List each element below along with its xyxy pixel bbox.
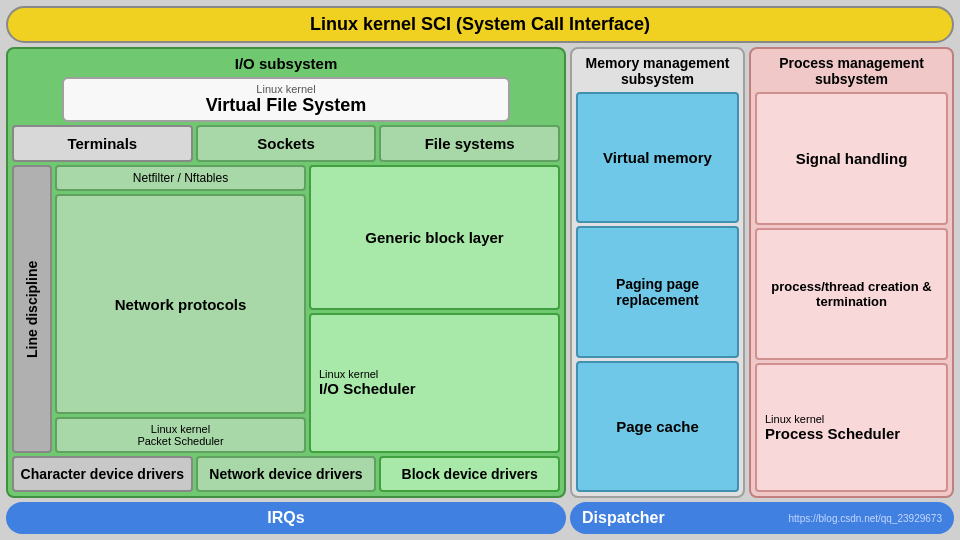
filesystems-cell: File systems <box>379 125 560 162</box>
title-main: SCI (System Call Interface) <box>421 14 650 34</box>
packet-scheduler-cell: Linux kernel Packet Scheduler <box>55 417 306 453</box>
packet-scheduler-big: Packet Scheduler <box>137 435 223 447</box>
vfs-small-label: Linux kernel <box>72 83 500 95</box>
process-scheduler-big: Process Scheduler <box>765 425 900 442</box>
packet-scheduler-small: Linux kernel <box>151 423 210 435</box>
irqs-bar: IRQs <box>6 502 566 534</box>
virtual-memory-cell: Virtual memory <box>576 92 739 223</box>
row-drivers: Character device drivers Network device … <box>12 456 560 492</box>
net-drivers-cell: Network device drivers <box>196 456 377 492</box>
row-middle: Line discipline Netfilter / Nftables Net… <box>12 165 560 453</box>
main-content: I/O subsystem Linux kernel Virtual File … <box>6 47 954 498</box>
title-prefix: Linux kernel <box>310 14 421 34</box>
url-label: https://blog.csdn.net/qq_23929673 <box>789 513 942 524</box>
dispatcher-label: Dispatcher <box>582 509 665 527</box>
line-discipline-cell: Line discipline <box>12 165 52 453</box>
block-drivers-cell: Block device drivers <box>379 456 560 492</box>
vfs-big-label: Virtual File System <box>72 95 500 116</box>
irqs-label: IRQs <box>267 509 304 527</box>
netfilter-cell: Netfilter / Nftables <box>55 165 306 191</box>
process-subsystem-label: Process management subsystem <box>755 53 948 89</box>
main-wrapper: Linux kernel SCI (System Call Interface)… <box>0 0 960 540</box>
title-bar: Linux kernel SCI (System Call Interface) <box>6 6 954 43</box>
bottom-bar: IRQs Dispatcher https://blog.csdn.net/qq… <box>6 502 954 534</box>
sockets-cell: Sockets <box>196 125 377 162</box>
process-scheduler-cell: Linux kernel Process Scheduler <box>755 363 948 492</box>
vfs-box: Linux kernel Virtual File System <box>62 77 510 122</box>
page-cache-cell: Page cache <box>576 361 739 492</box>
generic-block-cell: Generic block layer <box>309 165 560 310</box>
network-area: Netfilter / Nftables Network protocols L… <box>55 165 306 453</box>
io-subsystem-label: I/O subsystem <box>12 53 560 74</box>
process-thread-cell: process/thread creation & termination <box>755 228 948 361</box>
io-subsystem: I/O subsystem Linux kernel Virtual File … <box>6 47 566 498</box>
network-protocols-cell: Network protocols <box>55 194 306 414</box>
block-area: Generic block layer Linux kernel I/O Sch… <box>309 165 560 453</box>
process-subsystem: Process management subsystem Signal hand… <box>749 47 954 498</box>
io-scheduler-cell: Linux kernel I/O Scheduler <box>309 313 560 454</box>
dispatcher-bar: Dispatcher https://blog.csdn.net/qq_2392… <box>570 502 954 534</box>
io-scheduler-small: Linux kernel <box>319 368 378 380</box>
memory-subsystem: Memory management subsystem Virtual memo… <box>570 47 745 498</box>
char-drivers-cell: Character device drivers <box>12 456 193 492</box>
io-scheduler-big: I/O Scheduler <box>319 380 416 397</box>
terminals-cell: Terminals <box>12 125 193 162</box>
memory-subsystem-label: Memory management subsystem <box>576 53 739 89</box>
signal-handling-cell: Signal handling <box>755 92 948 225</box>
row-terminals-sockets-filesystems: Terminals Sockets File systems <box>12 125 560 162</box>
process-scheduler-small: Linux kernel <box>765 413 824 425</box>
paging-cell: Paging page replacement <box>576 226 739 357</box>
